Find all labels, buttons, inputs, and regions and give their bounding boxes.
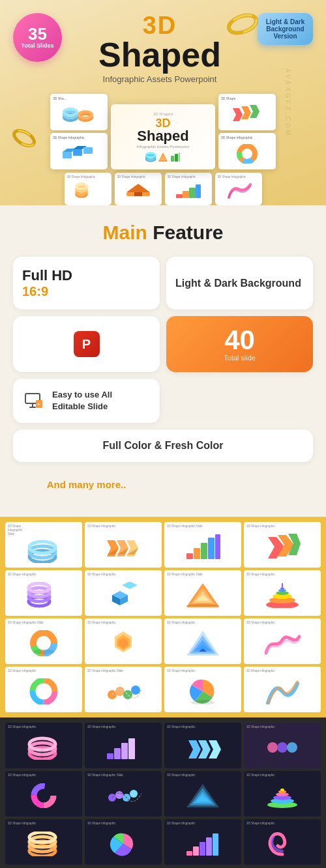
- dark-slide-content: 3D Shape Infographic: [164, 819, 241, 865]
- light-slide-15: 3D Shape Infographic: [164, 667, 241, 712]
- slide-graphic: [87, 777, 159, 814]
- dark-slide-content: 3D Shape Infographic: [5, 723, 82, 768]
- light-slide-9: 3D Shape Infographic Slide: [5, 618, 82, 664]
- badge-35-slides: 35 Total Slides: [13, 13, 62, 62]
- slide-graphic: [8, 825, 80, 862]
- slide-content: 3D Shape Infographic: [5, 667, 82, 712]
- light-slide-5: 3D Shape Infographic: [5, 570, 82, 616]
- slide-sub: Infographic Assets Powerpoint: [137, 145, 190, 149]
- left-previews: 3D Sha... 3D Shape Infographic: [50, 94, 108, 169]
- light-slide-3: 3D Shape Infographic Slide: [164, 522, 241, 568]
- mini-shape-3: [170, 152, 181, 162]
- slide-body: [53, 102, 105, 128]
- title-rest: Feature: [153, 222, 223, 243]
- svg-rect-136: [186, 851, 192, 856]
- slide-graphic: [167, 576, 239, 613]
- title-highlight: Main: [102, 222, 147, 243]
- feature-card-color: Full Color & Fresh Color: [13, 429, 313, 462]
- light-slides-section: 3D ShapeInfographicSlide 3D Shape Infogr…: [0, 517, 326, 717]
- ratio-label: 16:9: [22, 284, 72, 299]
- svg-rect-107: [121, 743, 128, 759]
- shape-donut-svg: [230, 144, 265, 164]
- light-slide-4: 3D Shape Infographic: [244, 522, 321, 568]
- dark-wave: [265, 783, 301, 808]
- slide-label: 3D Sha...: [53, 96, 105, 100]
- svg-rect-13: [83, 147, 93, 154]
- svg-rect-21: [179, 152, 180, 162]
- dark-slide-7: 3D Shape Infographic: [164, 771, 241, 817]
- slide-title-shaped: Shaped: [137, 129, 188, 143]
- cube-graphic: [106, 582, 141, 608]
- dark-slide-10: 3D Shape Infographic: [85, 819, 162, 865]
- svg-rect-138: [200, 842, 205, 856]
- feature-card-count: 40 Total slide: [166, 316, 313, 372]
- slide-graphic: [8, 536, 80, 565]
- main-feature-title: Main Feature: [13, 222, 313, 244]
- shape-rings-svg: [63, 106, 95, 124]
- light-slide-14: 3D Shape Infographic Slide: [85, 667, 162, 712]
- dark-slide-content: 3D Shape Infographic: [164, 771, 241, 817]
- right-previews: 3D Shape 3D Shape Infographic: [218, 94, 276, 169]
- svg-marker-109: [188, 740, 201, 759]
- slide-content: 3D Shape Infographic: [164, 667, 241, 712]
- badge-light-dark: Light & DarkBackgroundVersion: [258, 13, 313, 45]
- svg-marker-68: [122, 582, 138, 589]
- svg-marker-24: [250, 105, 259, 118]
- slide-graphic: [8, 576, 80, 613]
- svg-rect-41: [29, 407, 36, 408]
- main-feature-section: Main Feature Full HD 16:9 Light & Dark B…: [0, 205, 326, 517]
- svg-rect-139: [206, 837, 212, 856]
- svg-rect-37: [189, 188, 196, 198]
- slide-graphic: [246, 673, 318, 710]
- svg-rect-140: [213, 833, 218, 856]
- svg-point-100: [131, 686, 140, 695]
- shape-cubes-svg: [61, 144, 97, 164]
- monitor-icon-svg: +: [24, 391, 44, 411]
- dark-slide-content: 3D Shape Infographic: [244, 723, 321, 768]
- svg-rect-106: [114, 748, 121, 759]
- dark-slide-content: 3D Shape Infographic: [244, 771, 321, 817]
- slide-content: 3D Shape Infographic: [244, 618, 321, 664]
- slide-body: [117, 179, 159, 203]
- slide-graphic: [246, 825, 318, 862]
- pyramid-graphic: [185, 582, 221, 608]
- count-area: 40 Total slide: [175, 326, 304, 362]
- slide-body: [53, 141, 105, 167]
- slide-content: 3D Shape Infographic: [244, 570, 321, 616]
- slide-graphic: [167, 624, 239, 661]
- slide-graphic: [246, 528, 318, 565]
- light-slide-1: 3D ShapeInfographicSlide: [5, 522, 82, 568]
- dark-slide-content: 3D Shape Infographic: [244, 819, 321, 865]
- slide-graphic: [246, 576, 318, 613]
- dark-pyramid: [185, 783, 221, 808]
- slide-content: 3D Shape Infographic Slide: [164, 522, 241, 568]
- dark-slides-section: 3D Shape Infographic 3D Shape Infographi…: [0, 717, 326, 868]
- rings-graphic: [26, 538, 62, 563]
- slide-label: 3D Shape: [221, 96, 273, 100]
- svg-rect-54: [194, 548, 200, 559]
- svg-text:+: +: [37, 401, 40, 407]
- svg-rect-137: [193, 846, 199, 856]
- colorful-donut-graphic: [26, 678, 62, 704]
- slide-graphic: [8, 673, 80, 710]
- slide-body: [67, 179, 109, 203]
- svg-rect-11: [73, 149, 82, 156]
- dark-spiral: [265, 832, 301, 856]
- svg-point-78: [278, 589, 286, 592]
- slide-content: 3D ShapeInfographicSlide: [5, 522, 82, 568]
- light-slide-8: 3D Shape Infographic: [244, 570, 321, 616]
- slide-preview-left-1: 3D Sha...: [50, 94, 108, 130]
- slide-graphic: [8, 777, 80, 814]
- slide-graphic: [8, 624, 80, 661]
- mini-shape-1: [145, 152, 156, 162]
- slide-content: 3D Shape Infographic: [85, 522, 162, 568]
- bottom-slide-2: 3D Shape Infographic: [115, 173, 162, 205]
- edit-icon: +: [22, 389, 46, 412]
- shape-svg-3: [175, 182, 201, 199]
- slide-title: 3D ShapeInfographicSlide: [8, 525, 80, 536]
- light-slide-6: 3D Shape Infographic: [85, 570, 162, 616]
- badge-number: 35: [28, 25, 47, 42]
- slide-content: 3D Shape Infographic: [164, 618, 241, 664]
- light-slide-10: 3D Shape Infographic: [85, 618, 162, 664]
- dark-slide-5: 3D Shape Infographic: [5, 771, 82, 817]
